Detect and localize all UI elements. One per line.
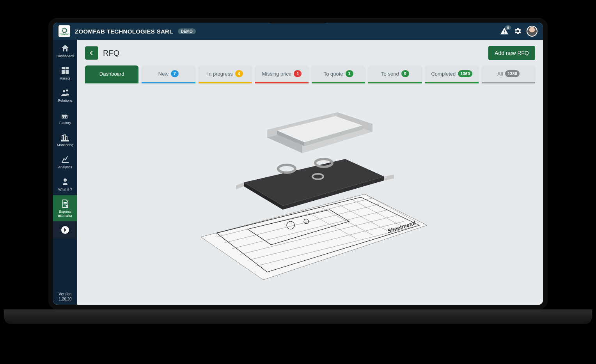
- svg-marker-29: [236, 182, 244, 189]
- main-panel: RFQ Add new RFQ Dashboard New 7: [77, 40, 543, 305]
- avatar[interactable]: [527, 26, 537, 37]
- tab-label: To quote: [324, 71, 343, 77]
- monitoring-icon: [60, 133, 70, 142]
- tab-label: To send: [381, 71, 399, 77]
- sidebar-label: Monitoring: [57, 143, 73, 147]
- tab-to-send[interactable]: To send 9: [368, 65, 422, 83]
- sidebar-item-dashboard[interactable]: Dashboard: [53, 40, 77, 62]
- laptop-bezel: ZOOMFAB ZOOMFAB TECHNOLOGIES SARL DEMO 0: [48, 18, 548, 309]
- sidebar-label: Factory: [59, 121, 71, 125]
- sidebar-label: Relations: [58, 99, 73, 102]
- chevron-left-icon: [89, 50, 95, 56]
- logo-text: ZOOMFAB: [60, 34, 69, 35]
- top-bar: ZOOMFAB ZOOMFAB TECHNOLOGIES SARL DEMO 0: [53, 23, 543, 40]
- tab-label: All: [497, 71, 503, 77]
- sidebar: Dashboard Assets Relations Factory: [53, 40, 77, 305]
- sidebar-item-assets[interactable]: Assets: [53, 62, 77, 84]
- app-screen: ZOOMFAB ZOOMFAB TECHNOLOGIES SARL DEMO 0: [53, 23, 543, 305]
- svg-point-1: [63, 90, 65, 92]
- sidebar-label: Express estimator: [54, 210, 76, 217]
- whatif-icon: ?: [60, 177, 70, 186]
- tab-label: Missing price: [262, 71, 291, 77]
- sidebar-item-whatif[interactable]: ? What if ?: [53, 173, 77, 195]
- sidebar-expand[interactable]: [53, 221, 77, 239]
- svg-point-2: [66, 90, 68, 92]
- tab-label: In progress: [208, 71, 233, 77]
- arrow-right-icon: [60, 225, 70, 235]
- tab-missing-price[interactable]: Missing price 1: [255, 65, 309, 83]
- tab-new[interactable]: New 7: [142, 65, 195, 83]
- home-icon: [60, 44, 70, 53]
- tab-count: 7: [171, 70, 179, 77]
- notification-count: 0: [505, 25, 511, 30]
- assets-icon: [60, 66, 70, 75]
- hero-illustration: Sheetmetal: [85, 90, 535, 299]
- tab-all[interactable]: All 1380: [482, 65, 535, 83]
- tab-to-quote[interactable]: To quote 1: [312, 65, 365, 83]
- logo[interactable]: ZOOMFAB: [59, 25, 70, 37]
- version-label: Version 1.26.20: [53, 288, 77, 305]
- page-title: RFQ: [103, 49, 119, 58]
- sidebar-item-factory[interactable]: Factory: [53, 106, 77, 129]
- settings-icon[interactable]: [513, 27, 522, 35]
- sidebar-item-relations[interactable]: Relations: [53, 84, 77, 106]
- tab-in-progress[interactable]: In progress 4: [199, 65, 252, 83]
- tab-count: 1: [294, 70, 302, 77]
- laptop-notch: [267, 18, 329, 23]
- tab-count: 4: [235, 70, 243, 77]
- tab-count: 1380: [505, 70, 519, 77]
- page-header: RFQ Add new RFQ: [85, 46, 535, 60]
- svg-marker-30: [384, 175, 394, 180]
- tab-label: New: [158, 71, 169, 77]
- document-icon: [60, 199, 70, 209]
- sidebar-label: What if ?: [58, 187, 72, 191]
- tab-completed[interactable]: Completed 1360: [425, 65, 479, 83]
- tab-label: Completed: [431, 71, 456, 77]
- relations-icon: [60, 88, 70, 97]
- sidebar-item-monitoring[interactable]: Monitoring: [53, 129, 77, 151]
- laptop-base: [4, 309, 592, 324]
- tab-count: 1: [346, 70, 353, 77]
- analytics-icon: [60, 155, 70, 164]
- demo-badge: DEMO: [178, 28, 196, 34]
- svg-marker-7: [201, 194, 427, 280]
- tab-label: Dashboard: [99, 71, 124, 77]
- svg-point-26: [278, 165, 295, 173]
- company-name: ZOOMFAB TECHNOLOGIES SARL: [75, 28, 173, 35]
- sidebar-item-analytics[interactable]: Analytics: [53, 151, 77, 173]
- sidebar-item-express-estimator[interactable]: Express estimator: [53, 195, 77, 221]
- back-button[interactable]: [85, 46, 98, 60]
- tab-dashboard[interactable]: Dashboard: [85, 65, 138, 83]
- tabs-row: Dashboard New 7 In progress 4 Missing pr…: [85, 65, 535, 83]
- notifications-icon[interactable]: 0: [500, 27, 509, 35]
- factory-icon: [60, 110, 70, 120]
- sheetmetal-illustration: Sheetmetal: [185, 104, 435, 284]
- sidebar-label: Analytics: [58, 165, 72, 169]
- add-rfq-button[interactable]: Add new RFQ: [488, 46, 535, 60]
- tab-count: 1360: [458, 70, 472, 77]
- page-stage: ZOOMFAB ZOOMFAB TECHNOLOGIES SARL DEMO 0: [0, 0, 596, 364]
- sidebar-label: Dashboard: [57, 54, 74, 58]
- sidebar-label: Assets: [60, 76, 70, 80]
- tab-count: 9: [401, 70, 409, 77]
- svg-point-5: [66, 205, 68, 207]
